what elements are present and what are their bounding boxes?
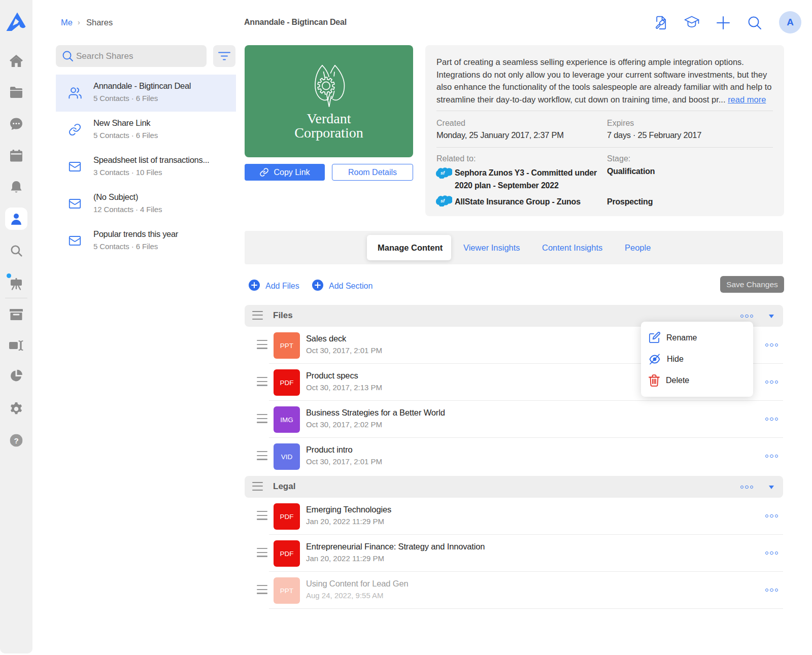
svg-text:sf: sf [441,170,445,176]
svg-text:?: ? [14,436,18,445]
svg-text:sf: sf [441,198,445,203]
